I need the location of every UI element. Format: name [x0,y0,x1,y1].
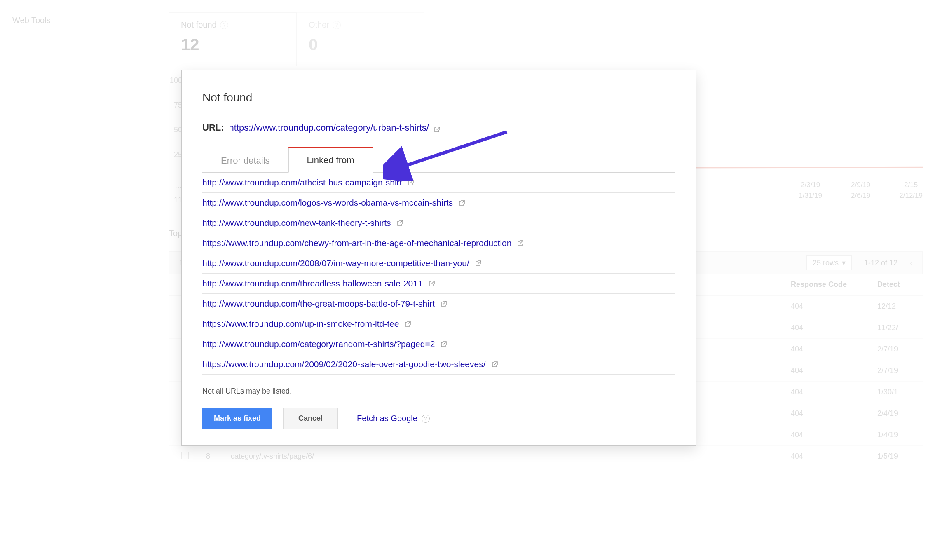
modal-tabs: Error details Linked from [202,147,675,173]
linked-from-url[interactable]: http://www.troundup.com/new-tank-theory-… [202,218,391,228]
linked-from-url[interactable]: https://www.troundup.com/chewy-from-art-… [202,238,511,248]
linked-from-url[interactable]: http://www.troundup.com/category/random-… [202,339,435,349]
incomplete-list-note: Not all URLs may be listed. [202,387,675,396]
external-link-icon[interactable] [459,199,465,206]
external-link-icon[interactable] [429,280,435,287]
linked-from-url[interactable]: http://www.troundup.com/the-great-moops-… [202,299,435,309]
error-url-link[interactable]: https://www.troundup.com/category/urban-… [229,122,429,133]
tab-linked-from[interactable]: Linked from [288,147,373,173]
linked-from-list: http://www.troundup.com/atheist-bus-camp… [202,173,675,375]
url-error-modal: Not found URL: https://www.troundup.com/… [181,70,696,446]
tab-error-details[interactable]: Error details [202,148,288,173]
external-link-icon[interactable] [397,220,403,226]
fetch-as-google-link[interactable]: Fetch as Google ? [357,414,430,423]
mark-as-fixed-button[interactable]: Mark as fixed [202,408,272,429]
linked-from-url[interactable]: http://www.troundup.com/atheist-bus-camp… [202,178,402,187]
linked-from-url[interactable]: https://www.troundup.com/up-in-smoke-fro… [202,319,399,329]
linked-from-row: https://www.troundup.com/2009/02/2020-sa… [202,354,675,375]
external-link-icon[interactable] [517,240,524,246]
linked-from-url[interactable]: https://www.troundup.com/2009/02/2020-sa… [202,359,486,369]
linked-from-row: http://www.troundup.com/2008/07/im-way-m… [202,253,675,274]
url-label: URL: [202,122,224,133]
linked-from-row: http://www.troundup.com/new-tank-theory-… [202,213,675,233]
linked-from-row: http://www.troundup.com/logos-vs-words-o… [202,193,675,213]
help-icon[interactable]: ? [422,415,430,423]
linked-from-url[interactable]: http://www.troundup.com/logos-vs-words-o… [202,198,453,208]
external-link-icon[interactable] [441,300,447,307]
linked-from-url[interactable]: http://www.troundup.com/threadless-hallo… [202,279,423,288]
external-link-icon[interactable] [434,124,441,131]
modal-actions: Mark as fixed Cancel Fetch as Google ? [202,408,675,429]
linked-from-row: http://www.troundup.com/the-great-moops-… [202,294,675,314]
linked-from-row: http://www.troundup.com/atheist-bus-camp… [202,173,675,193]
external-link-icon[interactable] [441,341,447,347]
external-link-icon[interactable] [408,179,414,186]
modal-title: Not found [202,91,675,104]
cancel-button[interactable]: Cancel [283,408,338,429]
linked-from-row: https://www.troundup.com/up-in-smoke-fro… [202,314,675,334]
linked-from-row: http://www.troundup.com/threadless-hallo… [202,274,675,294]
linked-from-row: https://www.troundup.com/chewy-from-art-… [202,233,675,253]
external-link-icon[interactable] [475,260,482,267]
linked-from-row: http://www.troundup.com/category/random-… [202,334,675,354]
linked-from-url[interactable]: http://www.troundup.com/2008/07/im-way-m… [202,258,469,268]
external-link-icon[interactable] [492,361,498,368]
external-link-icon[interactable] [405,321,411,327]
fetch-label: Fetch as Google [357,414,417,423]
